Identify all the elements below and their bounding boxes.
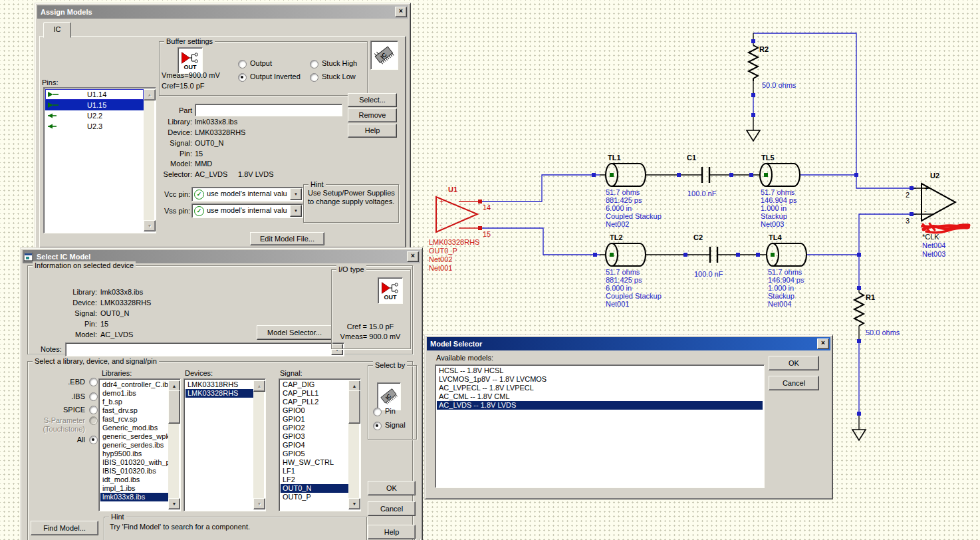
signal-item[interactable]: GPIO4 [281,441,348,450]
radio-output-label[interactable]: Output [250,59,272,68]
signal-item[interactable]: OUT0_N [281,484,348,493]
radio-pin[interactable] [373,408,382,416]
radio-ibs-label[interactable]: .IBS [34,392,85,401]
c1-symbol[interactable] [702,167,709,183]
radio-spice-label[interactable]: SPICE [34,406,85,414]
signal-item[interactable]: GPIO0 [281,406,348,415]
signal-item[interactable]: GPIO1 [281,415,348,424]
library-item[interactable]: fast_rcv.sp [100,415,168,424]
library-item[interactable]: IBIS_010320.ibs [100,467,168,475]
close-icon[interactable]: × [395,7,407,17]
scroll-down-icon[interactable]: ▼ [253,498,265,509]
library-item[interactable]: ddr4_controller_C.ib [100,380,168,389]
radio-ebd-label[interactable]: .EBD [34,378,85,386]
cancel-button[interactable]: Cancel [769,376,819,390]
model-selector-button[interactable]: Model Selector... [257,325,332,340]
notes-label: Notes: [41,345,62,354]
library-item[interactable]: hyp9500.ibs [100,450,168,458]
close-icon[interactable]: × [407,251,419,262]
library-item[interactable]: f_b.sp [100,398,168,406]
scroll-down-icon[interactable]: ▼ [144,220,156,231]
c2-symbol[interactable] [710,247,717,263]
scrollbar-thumb[interactable] [168,390,180,424]
radio-stuck-high-label[interactable]: Stuck High [322,59,357,68]
signal-item[interactable]: OUT0_P [281,493,348,501]
signal-item[interactable]: CAP_PLL1 [281,389,348,398]
radio-sparameter-label: S-Parameter [34,416,85,425]
scroll-down-icon[interactable]: ▼ [348,498,360,509]
radio-stuck-high[interactable] [310,60,318,68]
radio-all-label[interactable]: All [34,436,85,444]
library-item[interactable]: impl_1.ibs [100,484,168,493]
library-item[interactable]: demo1.ibs [100,389,168,398]
radio-signal-label[interactable]: Signal [385,421,406,430]
close-icon[interactable]: × [817,338,829,349]
library-item[interactable]: generic_serdes_wpk [100,432,168,441]
signal-item[interactable]: HW_SW_CTRL [281,458,348,467]
signal-item[interactable]: CAP_PLL2 [281,398,348,406]
libraries-list[interactable]: ddr4_controller_C.ibdemo1.ibsf_b.spfast_… [98,378,181,511]
part-input[interactable] [195,104,342,116]
ok-button[interactable]: OK [769,356,819,370]
library-item[interactable]: Generic_mod.ibs [100,424,168,432]
device-item[interactable]: LMK03328RHS [185,389,253,398]
devices-list[interactable]: LMK03318RHSLMK03328RHS ▲ ▼ [184,378,266,511]
radio-output-inverted[interactable] [238,73,247,82]
signal-list[interactable]: CAP_DIGCAP_PLL1CAP_PLL2GPIO0GPIO1GPIO2GP… [279,378,361,511]
radio-ibs[interactable] [89,392,98,401]
signal-item[interactable]: LF2 [281,475,348,484]
radio-ebd[interactable] [89,378,98,386]
scroll-down-icon[interactable]: ▼ [168,498,180,509]
devices-scrollbar[interactable]: ▲ ▼ [253,380,264,509]
signal-item[interactable]: CAP_DIG [281,380,348,389]
signal-item[interactable]: LF1 [281,467,348,475]
pin-item[interactable]: U1.14 [45,89,144,100]
radio-spice[interactable] [89,406,98,414]
signal-item[interactable]: GPIO3 [281,432,348,441]
signal-item[interactable]: GPIO2 [281,424,348,432]
select-button[interactable]: Select... [348,93,397,107]
radio-signal[interactable] [373,422,382,430]
model-item[interactable]: HCSL -- 1.8V HCSL [437,366,763,375]
edit-model-file-button[interactable]: Edit Model File... [250,232,324,245]
radio-all[interactable] [89,436,98,444]
model-item[interactable]: AC_LVDS -- 1.8V LVDS [437,401,763,410]
ic-chip-icon-box[interactable]: IC [370,41,398,70]
scrollbar-thumb[interactable] [348,390,360,424]
library-item[interactable]: lmk033x8.ibs [100,493,168,501]
model-item[interactable]: LVCMOS_1p8V -- 1.8V LVCMOS [437,375,763,384]
library-item[interactable]: fast_drv.sp [100,406,168,415]
signal-scrollbar[interactable]: ▲ ▼ [348,380,359,509]
pin-item[interactable]: U1.15 [45,100,144,110]
find-model-button[interactable]: Find Model... [31,521,98,535]
radio-output[interactable] [238,60,247,68]
r1-resistor[interactable] [854,293,864,326]
r2-resistor[interactable] [749,45,758,81]
device-item[interactable]: LMK03318RHS [185,380,253,389]
radio-stuck-low[interactable] [310,73,318,82]
vss-pin-combobox[interactable]: ✓ use model's internal valu ▼ [191,203,303,218]
cancel-button[interactable]: Cancel [368,501,416,516]
radio-pin-label[interactable]: Pin [385,407,396,416]
remove-button[interactable]: Remove [348,108,397,122]
vcc-pin-combobox[interactable]: ✓ use model's internal valu ▼ [191,187,303,202]
radio-stuck-low-label[interactable]: Stuck Low [322,72,356,81]
library-item[interactable]: generic_serdes.ibs [100,441,168,450]
ok-button[interactable]: OK [368,481,416,495]
chevron-down-icon[interactable]: ▼ [290,205,302,217]
tab-ic[interactable]: IC [43,22,71,38]
notes-combobox[interactable]: ▼ [65,342,344,356]
library-item[interactable]: idt_mod.ibs [100,475,168,484]
signal-item[interactable]: GPIO5 [281,450,348,458]
available-models-list[interactable]: HCSL -- 1.8V HCSLLVCMOS_1p8V -- 1.8V LVC… [435,364,765,488]
library-item[interactable]: IBIS_010320_with_p [100,458,168,467]
help-button[interactable]: Help [368,525,416,539]
model-item[interactable]: AC_LVPECL -- 1.8V LVPECL [437,384,763,392]
scroll-up-icon[interactable]: ▲ [144,89,156,100]
help-button[interactable]: Help [348,124,397,138]
chevron-down-icon[interactable]: ▼ [290,188,302,200]
scroll-up-icon[interactable]: ▲ [253,380,265,392]
libraries-scrollbar[interactable]: ▲ ▼ [168,380,179,509]
radio-output-inverted-label[interactable]: Output Inverted [250,72,301,81]
model-item[interactable]: AC_CML -- 1.8V CML [437,392,763,401]
